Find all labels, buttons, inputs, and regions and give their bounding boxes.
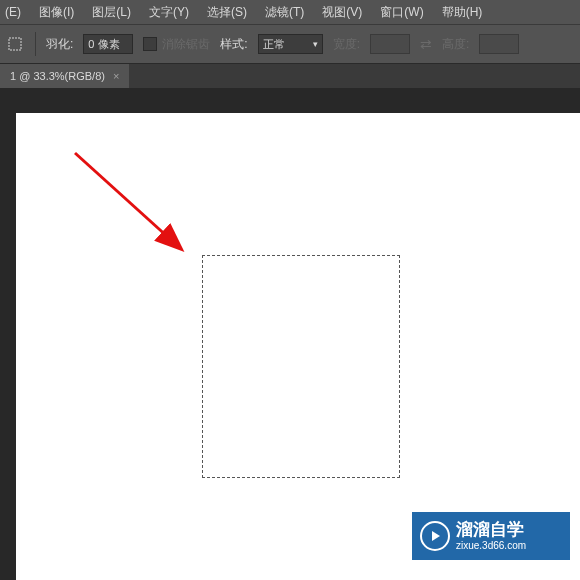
menu-filter[interactable]: 滤镜(T) [265, 4, 304, 21]
menu-select[interactable]: 选择(S) [207, 4, 247, 21]
antialias-checkbox[interactable] [143, 37, 157, 51]
menu-window[interactable]: 窗口(W) [380, 4, 423, 21]
style-value: 正常 [263, 37, 285, 52]
menu-type[interactable]: 文字(Y) [149, 4, 189, 21]
options-bar: 羽化: 消除锯齿 样式: 正常 ▾ 宽度: ⇄ 高度: [0, 24, 580, 64]
menu-view[interactable]: 视图(V) [322, 4, 362, 21]
antialias-group[interactable]: 消除锯齿 [143, 36, 210, 53]
tab-bar: 1 @ 33.3%(RGB/8) × [0, 64, 580, 88]
watermark: 溜溜自学 zixue.3d66.com [412, 512, 570, 560]
menu-help[interactable]: 帮助(H) [442, 4, 483, 21]
play-icon [420, 521, 450, 551]
style-label: 样式: [220, 36, 247, 53]
selection-tool-icon[interactable] [5, 34, 25, 54]
close-icon[interactable]: × [113, 70, 119, 82]
menu-edit[interactable]: (E) [5, 5, 21, 19]
watermark-sub: zixue.3d66.com [456, 540, 526, 551]
style-select[interactable]: 正常 ▾ [258, 34, 323, 54]
watermark-text: 溜溜自学 zixue.3d66.com [456, 521, 526, 551]
menu-bar: (E) 图像(I) 图层(L) 文字(Y) 选择(S) 滤镜(T) 视图(V) … [0, 0, 580, 24]
chevron-down-icon: ▾ [313, 39, 318, 49]
document-tab[interactable]: 1 @ 33.3%(RGB/8) × [0, 64, 129, 88]
antialias-label: 消除锯齿 [162, 36, 210, 53]
swap-icon: ⇄ [420, 36, 432, 52]
height-input [479, 34, 519, 54]
tab-label: 1 @ 33.3%(RGB/8) [10, 70, 105, 82]
svg-marker-3 [432, 531, 440, 541]
height-label: 高度: [442, 36, 469, 53]
width-label: 宽度: [333, 36, 360, 53]
width-input [370, 34, 410, 54]
feather-label: 羽化: [46, 36, 73, 53]
menu-layer[interactable]: 图层(L) [92, 4, 131, 21]
selection-marquee[interactable] [202, 255, 400, 478]
separator [35, 32, 36, 56]
watermark-main: 溜溜自学 [456, 521, 526, 540]
feather-input[interactable] [83, 34, 133, 54]
svg-rect-0 [9, 38, 21, 50]
menu-image[interactable]: 图像(I) [39, 4, 74, 21]
